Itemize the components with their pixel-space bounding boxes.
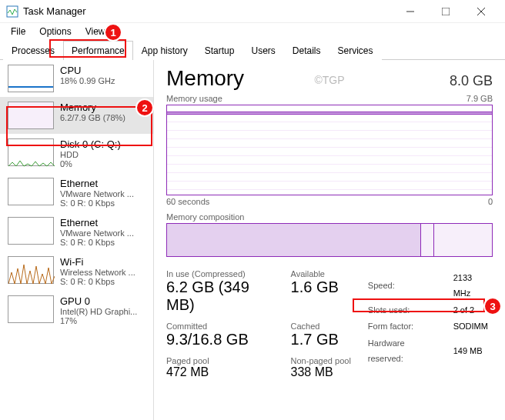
eth1-sub2: S: 0 R: 0 Kbps	[60, 198, 134, 208]
committed-label: Committed	[166, 322, 273, 331]
tab-startup[interactable]: Startup	[196, 41, 243, 60]
slots-label: Slots used:	[368, 303, 452, 318]
wifi-sub2: S: 0 R: 0 Kbps	[60, 277, 135, 286]
reserved-value: 149 MB	[453, 336, 491, 367]
usage-max: 7.9 GB	[467, 94, 493, 103]
memory-sub: 6.2/7.9 GB (78%)	[60, 113, 125, 122]
nonpaged-label: Non-paged pool	[291, 356, 351, 365]
eth1-title: Ethernet	[60, 178, 134, 189]
in-use-label: In use (Compressed)	[166, 269, 273, 278]
form-value: SODIMM	[453, 319, 491, 335]
composition-label: Memory composition	[166, 212, 244, 222]
sidebar-item-cpu[interactable]: CPU18% 0.99 GHz	[0, 60, 153, 97]
cached-value: 1.7 GB	[291, 331, 351, 348]
eth1-sub: VMware Network ...	[60, 189, 134, 198]
eth2-sub: VMware Network ...	[60, 228, 134, 238]
app-icon	[6, 5, 18, 18]
maximize-button[interactable]	[428, 1, 463, 22]
detail-heading: Memory	[166, 66, 244, 91]
nonpaged-value: 338 MB	[291, 365, 351, 379]
sidebar-item-ethernet-1[interactable]: EthernetVMware Network ...S: 0 R: 0 Kbps	[0, 173, 153, 212]
cpu-thumb	[8, 65, 54, 92]
annotation-callout-2: 2	[135, 98, 154, 117]
memory-title: Memory	[60, 102, 125, 113]
available-value: 1.6 GB	[291, 278, 351, 296]
window-title: Task Manager	[23, 5, 393, 17]
sidebar-item-memory[interactable]: Memory6.2/7.9 GB (78%)	[0, 97, 153, 134]
memory-info-table: Speed:2133 MHz Slots used:2 of 2 Form fa…	[366, 269, 493, 368]
minimize-button[interactable]	[393, 1, 428, 22]
tab-performance[interactable]: Performance	[63, 41, 133, 60]
tab-users[interactable]: Users	[242, 41, 283, 60]
sidebar: CPU18% 0.99 GHz Memory6.2/7.9 GB (78%) D…	[0, 60, 154, 420]
disk-title: Disk 0 (C: Q:)	[60, 138, 121, 150]
title-bar: Task Manager	[0, 0, 505, 23]
gpu-sub: Intel(R) HD Graphi...	[60, 307, 137, 316]
speed-label: Speed:	[368, 271, 452, 302]
sidebar-item-disk[interactable]: Disk 0 (C: Q:)HDD0%	[0, 134, 153, 173]
speed-value: 2133 MHz	[453, 271, 491, 302]
gpu-title: GPU 0	[60, 295, 137, 307]
disk-sub2: 0%	[60, 159, 121, 168]
tab-services[interactable]: Services	[329, 41, 382, 60]
tab-processes[interactable]: Processes	[3, 41, 63, 60]
detail-pane: Memory 8.0 GB ©TGP Memory usage7.9 GB 60…	[154, 60, 505, 420]
cached-label: Cached	[291, 322, 351, 331]
memory-composition-chart	[166, 223, 493, 257]
memory-thumb	[8, 102, 54, 129]
sidebar-item-wifi[interactable]: Wi-FiWireless Network ...S: 0 R: 0 Kbps	[0, 252, 153, 291]
cpu-title: CPU	[60, 65, 115, 76]
disk-sub: HDD	[60, 150, 121, 159]
stats-area: In use (Compressed)6.2 GB (349 MB) Avail…	[166, 269, 493, 379]
available-label: Available	[291, 269, 351, 278]
wifi-title: Wi-Fi	[60, 256, 135, 268]
watermark: ©TGP	[314, 74, 344, 86]
svg-rect-2	[442, 8, 450, 15]
menu-bar: File Options View	[0, 23, 505, 40]
menu-file[interactable]: File	[5, 25, 32, 38]
memory-usage-chart	[166, 105, 493, 195]
form-label: Form factor:	[368, 319, 452, 335]
eth2-thumb	[8, 217, 54, 245]
in-use-value: 6.2 GB (349 MB)	[166, 278, 273, 314]
tab-strip: Processes Performance App history Startu…	[0, 40, 505, 60]
gpu-thumb	[8, 295, 54, 323]
reserved-label: Hardware reserved:	[368, 336, 452, 367]
axis-right: 0	[488, 197, 493, 206]
eth2-title: Ethernet	[60, 217, 134, 228]
disk-thumb	[8, 138, 54, 166]
axis-left: 60 seconds	[166, 197, 209, 206]
sidebar-item-ethernet-2[interactable]: EthernetVMware Network ...S: 0 R: 0 Kbps	[0, 212, 153, 252]
menu-options[interactable]: Options	[33, 25, 77, 38]
annotation-callout-3: 3	[483, 297, 502, 315]
paged-label: Paged pool	[166, 356, 273, 365]
wifi-sub: Wireless Network ...	[60, 268, 135, 277]
paged-value: 472 MB	[166, 365, 273, 379]
wifi-thumb	[8, 256, 54, 284]
main-content: CPU18% 0.99 GHz Memory6.2/7.9 GB (78%) D…	[0, 60, 505, 420]
memory-total: 8.0 GB	[450, 73, 493, 89]
tab-details[interactable]: Details	[284, 41, 329, 60]
gpu-sub2: 17%	[60, 316, 137, 325]
committed-value: 9.3/16.8 GB	[166, 331, 273, 348]
usage-label: Memory usage	[166, 94, 222, 103]
eth1-thumb	[8, 178, 54, 205]
sidebar-item-gpu[interactable]: GPU 0Intel(R) HD Graphi...17%	[0, 291, 153, 330]
cpu-sub: 18% 0.99 GHz	[60, 76, 115, 85]
eth2-sub2: S: 0 R: 0 Kbps	[60, 238, 134, 247]
close-button[interactable]	[463, 1, 499, 22]
tab-app-history[interactable]: App history	[133, 41, 196, 60]
annotation-callout-1: 1	[104, 23, 122, 42]
